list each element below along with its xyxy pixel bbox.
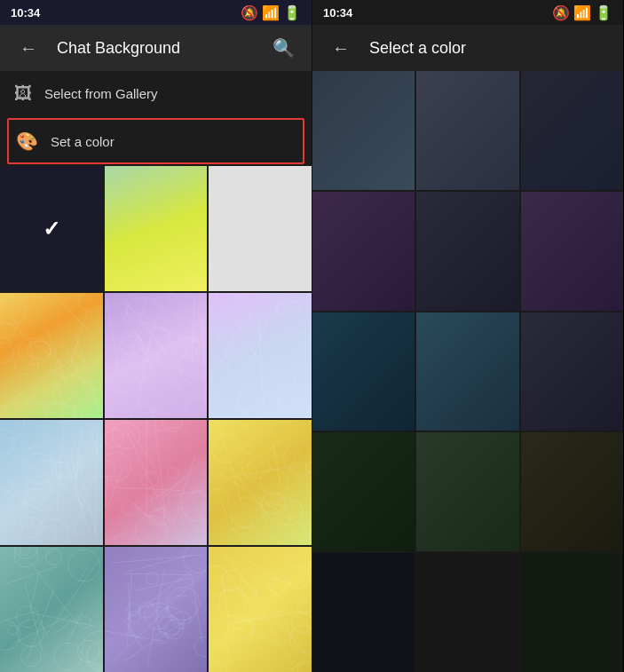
- color-cell-10[interactable]: [312, 432, 415, 551]
- mute-icon-right: 🔕: [552, 4, 570, 21]
- wallpaper-doodle-purple2[interactable]: [105, 547, 208, 672]
- color-icon: 🎨: [16, 130, 38, 152]
- color-cell-7[interactable]: [312, 312, 415, 431]
- signal-icon-right: 📶: [573, 4, 591, 21]
- wallpaper-doodle-yellow2[interactable]: [209, 420, 312, 545]
- color-cell-5[interactable]: [416, 192, 518, 311]
- left-panel: 10:34 🔕 📶 🔋 ← Chat Background 🔍 🖼 Select…: [0, 0, 312, 672]
- wallpaper-grid: ✓: [0, 166, 312, 672]
- selected-checkmark: ✓: [43, 217, 60, 241]
- wallpaper-canvas-12: [209, 547, 312, 672]
- color-cell-6[interactable]: [521, 192, 623, 311]
- app-bar-left: ← Chat Background 🔍: [0, 25, 312, 71]
- set-color-label: Set a color: [51, 134, 115, 149]
- color-cell-2[interactable]: [416, 71, 518, 190]
- search-button[interactable]: 🔍: [269, 34, 297, 62]
- wallpaper-canvas-8: [105, 420, 208, 545]
- time-right: 10:34: [323, 6, 352, 20]
- right-panel: 10:34 🔕 📶 🔋 ← Select a color: [312, 0, 623, 672]
- wallpaper-canvas-4: [0, 293, 103, 418]
- gallery-label: Select from Gallery: [44, 86, 158, 101]
- color-cell-15[interactable]: [521, 553, 623, 672]
- set-color-menu-item[interactable]: 🎨 Set a color: [7, 118, 304, 164]
- color-cell-3[interactable]: [521, 71, 623, 190]
- wallpaper-dark[interactable]: ✓: [0, 166, 103, 291]
- color-cell-13[interactable]: [312, 553, 415, 672]
- battery-icon-right: 🔋: [595, 4, 612, 21]
- wallpaper-doodle-blue[interactable]: [0, 420, 103, 545]
- wallpaper-canvas-5: [105, 293, 208, 418]
- wallpaper-doodle-yellow3[interactable]: [209, 547, 312, 672]
- signal-icon: 📶: [262, 4, 280, 21]
- status-bar-right: 10:34 🔕 📶 🔋: [312, 0, 623, 25]
- color-cell-4[interactable]: [312, 192, 415, 311]
- time-left: 10:34: [11, 6, 40, 20]
- wallpaper-doodle-purple[interactable]: [105, 293, 208, 418]
- status-bar-left: 10:34 🔕 📶 🔋: [0, 0, 312, 25]
- wallpaper-light[interactable]: [209, 166, 312, 291]
- wallpaper-green-yellow[interactable]: [105, 166, 208, 291]
- color-grid: [312, 71, 623, 672]
- color-cell-9[interactable]: [521, 312, 623, 431]
- app-bar-right: ← Select a color: [312, 25, 623, 71]
- color-cell-12[interactable]: [521, 432, 623, 551]
- color-cell-8[interactable]: [416, 312, 518, 431]
- app-bar-title-left: Chat Background: [57, 39, 255, 58]
- wallpaper-canvas-6: [209, 293, 312, 418]
- wallpaper-doodle-yellow[interactable]: [0, 293, 103, 418]
- color-cell-14[interactable]: [416, 553, 518, 672]
- app-bar-title-right: Select a color: [369, 39, 609, 58]
- battery-icon: 🔋: [283, 4, 301, 21]
- status-icons-left: 🔕 📶 🔋: [241, 4, 301, 21]
- back-button-right[interactable]: ←: [327, 34, 355, 62]
- mute-icon: 🔕: [241, 4, 258, 21]
- wallpaper-doodle-teal[interactable]: [0, 547, 103, 672]
- wallpaper-canvas-11: [105, 547, 208, 672]
- wallpaper-doodle-pink[interactable]: [105, 420, 208, 545]
- wallpaper-doodle-lavender[interactable]: [209, 293, 312, 418]
- back-button-left[interactable]: ←: [14, 34, 43, 62]
- wallpaper-canvas-7: [0, 420, 103, 545]
- wallpaper-canvas-10: [0, 547, 103, 672]
- color-cell-11[interactable]: [416, 432, 518, 551]
- gallery-icon: 🖼: [14, 83, 32, 104]
- status-icons-right: 🔕 📶 🔋: [552, 4, 612, 21]
- gallery-menu-item[interactable]: 🖼 Select from Gallery: [0, 71, 312, 116]
- wallpaper-canvas-1: [105, 166, 208, 291]
- wallpaper-canvas-9: [209, 420, 312, 545]
- color-cell-1[interactable]: [312, 71, 415, 190]
